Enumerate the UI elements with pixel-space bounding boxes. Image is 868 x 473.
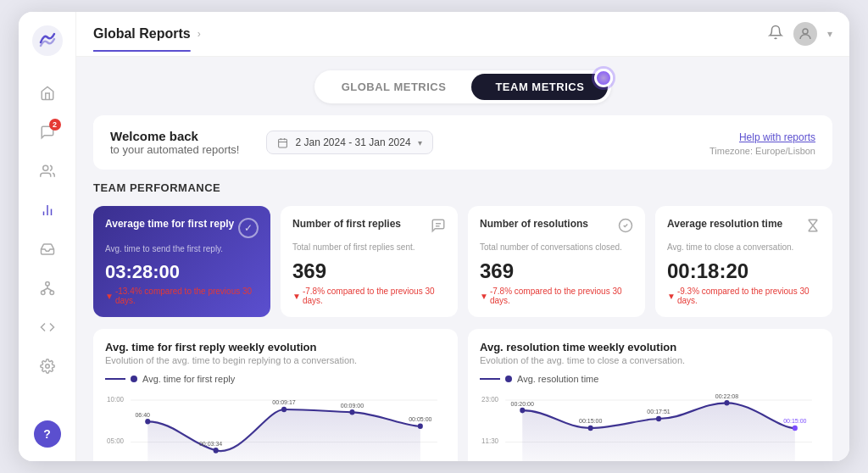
sidebar-item-chat[interactable]: 2 [31, 115, 64, 149]
sidebar-item-code[interactable] [31, 310, 64, 344]
header-actions: ▾ [768, 22, 832, 46]
metric-title: Number of first replies [292, 218, 401, 231]
line-chart-svg: 23:00 11:30 00 [480, 391, 821, 461]
chart-title: Avg. time for first reply weekly evoluti… [105, 341, 446, 353]
svg-text:00:09:00: 00:09:00 [341, 401, 364, 409]
metric-value: 00:18:20 [667, 259, 821, 283]
hourglass-icon [805, 218, 821, 236]
chart-area: 23:00 11:30 00 [480, 391, 821, 461]
sidebar-item-inbox[interactable] [31, 232, 64, 266]
resolution-chart-card: Avg. resolution time weekly evolution Ev… [468, 329, 832, 461]
chart-legend: Avg. time for first reply [105, 374, 446, 384]
metric-change: ▼ -13.4% compared to the previous 30 day… [105, 287, 259, 305]
welcome-card: Welcome back to your automated reports! … [93, 115, 832, 170]
svg-point-1 [42, 165, 47, 170]
metric-subtitle: Total number of conversations closed. [480, 242, 633, 253]
down-arrow-icon: ▼ [105, 292, 114, 301]
svg-point-42 [520, 408, 525, 414]
svg-point-27 [214, 448, 219, 454]
date-range-value: 2 Jan 2024 - 31 Jan 2024 [295, 136, 410, 148]
metric-change: ▼ -9.3% compared to the previous 30 days… [667, 287, 821, 305]
chat-badge: 2 [49, 119, 61, 131]
metric-change-text: -7.8% compared to the previous 30 days. [303, 287, 446, 305]
sidebar-item-reports[interactable] [31, 193, 64, 227]
legend-line [105, 378, 125, 380]
svg-text:11:30: 11:30 [481, 436, 498, 444]
metric-card-num-resolutions: Number of resolutions Total number of co… [468, 206, 645, 317]
svg-point-44 [656, 416, 661, 422]
metric-title: Average time for first reply [105, 218, 234, 231]
svg-rect-13 [279, 139, 287, 147]
svg-point-6 [50, 291, 54, 295]
metric-card-avg-resolution-time: Average resolution time Avg. time to clo… [655, 206, 832, 317]
metric-value: 369 [292, 259, 446, 283]
metric-card-avg-first-reply: Average time for first reply ✓ Avg. time… [93, 206, 270, 317]
svg-text:00:15:00: 00:15:00 [579, 417, 602, 425]
logo[interactable] [32, 25, 63, 59]
svg-text:05:00: 05:00 [107, 436, 124, 444]
svg-point-0 [32, 25, 63, 56]
avatar[interactable] [793, 22, 817, 46]
legend-label: Avg. resolution time [517, 374, 598, 384]
tab-global-metrics[interactable]: GLOBAL METRICS [318, 74, 470, 100]
avatar-chevron[interactable]: ▾ [827, 28, 832, 40]
chart-subtitle: Evolution of the avg. time to begin repl… [105, 355, 446, 365]
legend-label: Avg. time for first reply [142, 374, 235, 384]
sidebar-item-home[interactable] [31, 76, 64, 110]
sidebar-item-settings[interactable] [31, 349, 64, 383]
svg-point-43 [588, 426, 593, 431]
svg-text:00:03:34: 00:03:34 [199, 440, 222, 448]
legend-dot [505, 376, 512, 382]
metric-change: ▼ -7.8% compared to the previous 30 days… [292, 287, 446, 305]
header: Global Reports › ▾ [76, 12, 849, 57]
svg-point-29 [349, 409, 354, 415]
check-icon: ✓ [238, 218, 259, 238]
svg-text:00:17:51: 00:17:51 [647, 408, 670, 415]
down-arrow-icon: ▼ [667, 292, 676, 301]
notification-icon[interactable] [768, 25, 783, 44]
svg-point-5 [45, 282, 49, 287]
help-reports-link[interactable]: Help with reports [739, 131, 815, 143]
tab-team-metrics[interactable]: TEAM METRICS [471, 74, 608, 100]
section-title: TEAM PERFORMANCE [93, 181, 832, 194]
metric-value: 03:28:00 [105, 261, 259, 283]
sidebar-item-contacts[interactable] [31, 154, 64, 188]
legend-dot [131, 376, 137, 382]
svg-point-11 [45, 364, 49, 369]
tabs-container: GLOBAL METRICS TEAM METRICS [93, 70, 832, 103]
main-content: Global Reports › ▾ GLOBAL METRICS TEAM M… [76, 12, 849, 461]
metric-card-header: Average time for first reply ✓ [105, 218, 259, 238]
welcome-text: Welcome back to your automated reports! [110, 129, 239, 156]
svg-text:00:22:08: 00:22:08 [715, 392, 738, 399]
svg-text:00:05:00: 00:05:00 [409, 415, 431, 423]
date-dropdown-icon: ▾ [418, 138, 422, 147]
metric-subtitle: Avg. time to close a conversation. [667, 242, 821, 253]
sidebar: 2 ? [19, 12, 76, 461]
svg-point-46 [793, 426, 798, 431]
chart-area: 10:00 05:00 00 [105, 391, 446, 461]
metric-value: 369 [480, 259, 633, 283]
metric-subtitle: Total number of first replies sent. [292, 242, 446, 253]
help-button[interactable]: ? [34, 420, 61, 448]
svg-point-30 [418, 424, 423, 430]
date-range-picker[interactable]: 2 Jan 2024 - 31 Jan 2024 ▾ [266, 131, 432, 154]
svg-text:00:15:00: 00:15:00 [783, 417, 806, 425]
legend-line [480, 378, 500, 380]
content-area: GLOBAL METRICS TEAM METRICS Welcome back… [76, 57, 849, 461]
svg-line-9 [47, 288, 52, 291]
svg-point-45 [724, 400, 729, 406]
sidebar-bottom: ? [34, 420, 61, 448]
sidebar-item-flows[interactable] [31, 271, 64, 305]
metric-title: Average resolution time [667, 218, 782, 231]
down-arrow-icon: ▼ [292, 292, 301, 301]
tab-active-indicator [594, 69, 613, 87]
svg-point-26 [145, 419, 150, 425]
page-title: Global Reports [93, 26, 191, 42]
metric-card-header: Number of first replies [292, 218, 446, 236]
down-arrow-icon: ▼ [480, 292, 488, 301]
metric-card-header: Average resolution time [667, 218, 821, 236]
timezone-label: Timezone: Europe/Lisbon [709, 146, 815, 156]
first-reply-chart-card: Avg. time for first reply weekly evoluti… [93, 329, 458, 461]
welcome-subtext: to your automated reports! [110, 143, 239, 156]
metric-change-text: -13.4% compared to the previous 30 days. [115, 287, 259, 305]
